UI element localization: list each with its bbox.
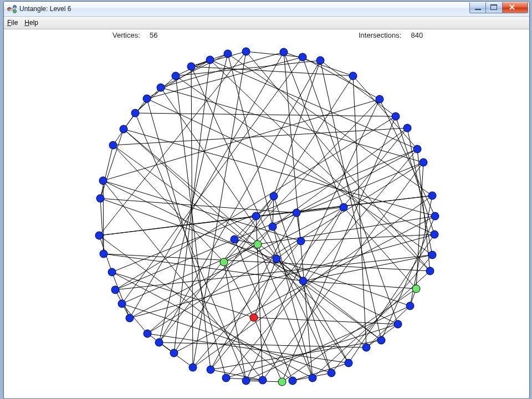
app-window: Untangle: Level 6 File Help Vertices: 56… (3, 1, 530, 399)
vertices-readout: Vertices: 56 (112, 31, 158, 39)
graph-vertex[interactable] (144, 330, 151, 337)
graph-vertex[interactable] (428, 192, 436, 200)
graph-canvas[interactable] (4, 42, 529, 398)
graph-vertex[interactable] (278, 378, 286, 386)
graph-edge (122, 304, 331, 373)
close-button[interactable] (503, 2, 528, 13)
menu-bar: File Help (4, 17, 529, 29)
graph-vertex[interactable] (431, 212, 439, 220)
menu-help[interactable]: Help (24, 19, 38, 27)
graph-vertex[interactable] (242, 48, 250, 55)
graph-vertex[interactable] (328, 369, 335, 377)
graph-vertex[interactable] (340, 203, 347, 211)
graph-vertex[interactable] (299, 53, 306, 61)
graph-vertex[interactable] (250, 314, 258, 321)
graph-edge (161, 88, 423, 162)
graph-edge (113, 145, 381, 340)
window-controls (469, 2, 528, 13)
graph-vertex[interactable] (170, 349, 178, 357)
app-icon (7, 4, 16, 13)
graph-vertex[interactable] (131, 109, 139, 117)
graph-vertex[interactable] (270, 192, 278, 200)
graph-edge (277, 241, 301, 259)
graph-vertex[interactable] (224, 50, 232, 58)
graph-edge (303, 281, 416, 289)
graph-vertex[interactable] (100, 250, 108, 258)
graph-vertex[interactable] (189, 364, 197, 371)
graph-edge (296, 213, 301, 241)
graph-vertex[interactable] (231, 236, 238, 243)
graph-edge (112, 272, 313, 378)
graph-vertex[interactable] (293, 209, 300, 217)
graph-vertex[interactable] (412, 285, 420, 293)
graph-vertex[interactable] (143, 95, 151, 103)
graph-vertex[interactable] (95, 232, 103, 239)
graph-vertex[interactable] (109, 141, 117, 149)
graph-vertex[interactable] (126, 314, 134, 322)
status-row: Vertices: 56 Intersections: 840 (4, 29, 529, 42)
graph-vertex[interactable] (413, 145, 421, 153)
intersections-label: Intersections: (359, 31, 401, 39)
graph-vertex[interactable] (345, 359, 352, 367)
minimize-button[interactable] (469, 2, 486, 13)
graph-edge (191, 66, 331, 373)
intersections-value: 840 (411, 31, 423, 39)
graph-vertex[interactable] (394, 320, 402, 328)
graph-vertex[interactable] (96, 195, 104, 202)
graph-vertex[interactable] (207, 366, 214, 374)
graph-vertex[interactable] (316, 57, 324, 64)
graph-vertex[interactable] (428, 251, 436, 259)
graph-vertex[interactable] (362, 344, 370, 351)
graph-edge (135, 113, 396, 116)
graph-vertex[interactable] (111, 286, 119, 294)
graph-edge (396, 116, 434, 234)
graph-edge (100, 129, 124, 198)
graph-vertex[interactable] (120, 125, 127, 133)
graph-vertex[interactable] (99, 177, 107, 185)
graph-svg[interactable] (4, 42, 529, 398)
graph-vertex[interactable] (269, 223, 277, 231)
graph-edge (161, 52, 284, 88)
graph-edge (147, 57, 303, 99)
graph-vertex[interactable] (157, 84, 165, 91)
graph-vertex[interactable] (242, 377, 250, 385)
vertices-label: Vertices: (112, 31, 140, 39)
graph-vertex[interactable] (220, 258, 228, 266)
graph-vertex[interactable] (252, 212, 260, 220)
menu-file[interactable]: File (7, 19, 18, 27)
graph-vertex[interactable] (376, 95, 383, 103)
graph-vertex[interactable] (254, 241, 262, 248)
graph-vertex[interactable] (172, 72, 180, 80)
graph-vertex[interactable] (431, 231, 438, 238)
graph-vertex[interactable] (297, 237, 305, 245)
title-bar[interactable]: Untangle: Level 6 (4, 2, 529, 17)
graph-vertex[interactable] (406, 302, 414, 310)
graph-vertex[interactable] (259, 376, 267, 384)
graph-vertex[interactable] (349, 72, 357, 80)
graph-vertex[interactable] (187, 63, 195, 70)
graph-edge (100, 198, 296, 213)
window-title: Untangle: Level 6 (19, 5, 71, 13)
graph-vertex[interactable] (377, 336, 385, 344)
graph-vertex[interactable] (420, 158, 427, 166)
graph-edge (147, 99, 226, 378)
graph-edge (254, 259, 277, 318)
graph-vertex[interactable] (392, 112, 400, 120)
graph-vertex[interactable] (309, 374, 316, 382)
graph-edge (99, 216, 256, 236)
graph-vertex[interactable] (108, 268, 116, 276)
graph-vertex[interactable] (403, 124, 411, 132)
graph-vertex[interactable] (206, 56, 214, 64)
graph-vertex[interactable] (426, 267, 434, 275)
graph-edge (211, 213, 296, 370)
graph-vertex[interactable] (299, 277, 307, 285)
graph-vertex[interactable] (118, 300, 126, 308)
graph-vertex[interactable] (289, 377, 296, 385)
graph-edge (191, 52, 246, 66)
graph-vertex[interactable] (155, 339, 163, 346)
graph-vertex[interactable] (280, 48, 288, 56)
graph-vertex[interactable] (222, 374, 230, 382)
graph-edge (112, 272, 130, 318)
maximize-button[interactable] (486, 2, 503, 13)
graph-vertex[interactable] (273, 255, 280, 263)
